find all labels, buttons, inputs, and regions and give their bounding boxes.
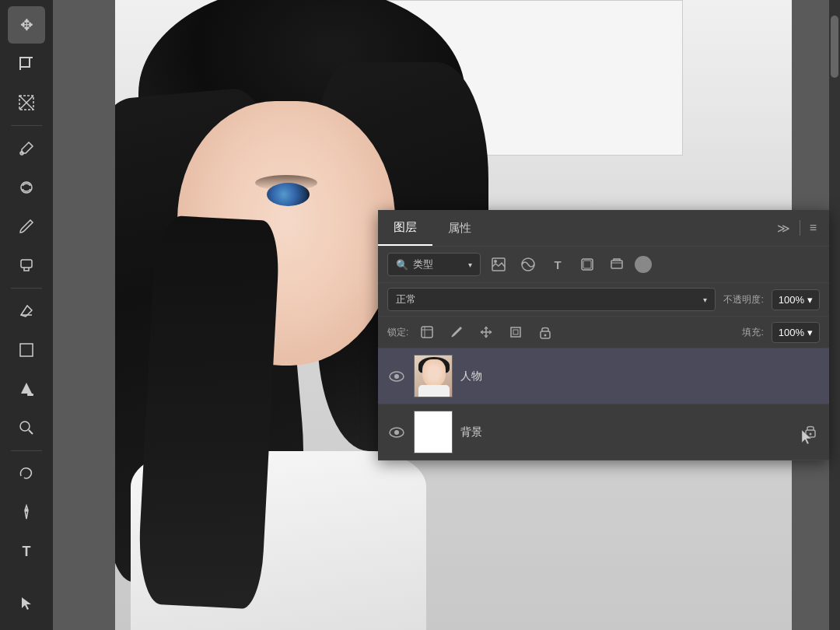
cursor-indicator	[800, 429, 815, 449]
header-separator	[800, 220, 800, 236]
lock-row: 锁定:	[378, 316, 829, 348]
svg-rect-19	[583, 261, 591, 268]
scrollbar-thumb[interactable]	[831, 16, 838, 78]
panel-header: 图层 属性 ≫ ≡	[378, 210, 829, 246]
opacity-label: 不透明度:	[723, 293, 763, 306]
blend-mode-dropdown[interactable]: 正常 ▾	[387, 288, 716, 311]
layer-visibility-background[interactable]	[387, 423, 406, 442]
eraser-tool[interactable]	[8, 292, 45, 330]
lock-paint-btn[interactable]	[446, 321, 467, 343]
blend-chevron-icon: ▾	[703, 296, 707, 304]
svg-point-14	[25, 509, 28, 512]
filter-smartobj-icon[interactable]	[605, 253, 628, 276]
heal-tool[interactable]	[8, 169, 45, 206]
layers-panel: 图层 属性 ≫ ≡ 🔍 类型 ▾	[378, 210, 829, 460]
text-tool[interactable]: T	[8, 533, 45, 570]
layer-item-character[interactable]: 人物	[378, 348, 829, 404]
svg-line-13	[29, 430, 33, 434]
blend-mode-row: 正常 ▾ 不透明度: 100% ▾	[378, 282, 829, 316]
right-scrollbar[interactable]	[829, 0, 840, 630]
opacity-chevron-icon: ▾	[807, 294, 813, 306]
separator2	[11, 288, 42, 289]
eyedropper-tool[interactable]	[8, 130, 45, 167]
filter-text-icon[interactable]: T	[546, 253, 569, 276]
blend-mode-label: 正常	[396, 292, 416, 306]
brush-tool[interactable]	[8, 208, 45, 245]
canvas-area: Rit 图层 属性 ≫ ≡ 🔍 类型 ▾	[53, 0, 840, 630]
rect-select-tool[interactable]	[8, 331, 45, 369]
arrow-select-tool[interactable]	[8, 585, 45, 622]
svg-point-29	[394, 374, 399, 379]
svg-rect-21	[422, 327, 432, 338]
pen-tool[interactable]	[8, 494, 45, 531]
fill-value: 100%	[779, 327, 804, 338]
thumb-clothing	[418, 385, 450, 397]
filter-adjustment-icon[interactable]	[516, 253, 540, 276]
zoom-tool[interactable]	[8, 409, 45, 446]
layer-name-background: 背景	[460, 425, 793, 439]
filter-image-icon[interactable]	[487, 253, 510, 276]
filter-type-dropdown[interactable]: 🔍 类型 ▾	[387, 253, 481, 276]
hair-front-left	[136, 215, 281, 610]
svg-point-16	[494, 260, 497, 263]
svg-rect-0	[20, 58, 30, 67]
svg-rect-11	[27, 394, 33, 396]
thumb-face	[422, 359, 446, 387]
lock-artboard-btn[interactable]	[505, 321, 527, 343]
fill-label: 填充:	[742, 326, 763, 339]
lock-move-btn[interactable]	[475, 321, 497, 343]
tab-layers[interactable]: 图层	[378, 211, 432, 246]
lasso-tool[interactable]	[8, 455, 45, 492]
separator3	[11, 450, 42, 451]
fill-chevron-icon: ▾	[807, 327, 813, 338]
crop-tool[interactable]	[8, 45, 45, 82]
svg-point-27	[544, 334, 547, 337]
filter-shape-icon[interactable]	[576, 253, 599, 276]
svg-point-12	[20, 422, 30, 431]
filter-color-circle[interactable]	[635, 256, 652, 273]
expand-icon[interactable]: ≫	[774, 218, 793, 239]
opacity-value: 100%	[779, 294, 804, 306]
panel-header-icons: ≫ ≡	[774, 218, 829, 239]
svg-rect-8	[21, 260, 32, 268]
lock-all-btn[interactable]	[534, 321, 556, 343]
layer-thumb-background	[414, 411, 453, 453]
opacity-dropdown[interactable]: 100% ▾	[772, 289, 820, 310]
layer-thumb-character	[414, 355, 453, 397]
lock-label: 锁定:	[387, 326, 408, 339]
filter-type-label: 类型	[413, 257, 433, 271]
svg-point-31	[394, 430, 399, 435]
svg-rect-24	[511, 327, 520, 337]
fill-tool[interactable]	[8, 370, 45, 408]
separator	[11, 125, 42, 126]
move-tool[interactable]: ✥	[8, 6, 45, 44]
svg-rect-20	[611, 261, 622, 268]
menu-icon[interactable]: ≡	[807, 218, 820, 238]
search-icon: 🔍	[396, 259, 408, 271]
layer-name-character: 人物	[460, 369, 820, 383]
layer-list: 人物 背景	[378, 348, 829, 460]
stamp-tool[interactable]	[8, 247, 45, 284]
toolbar: ✥	[0, 0, 53, 630]
transform-tool[interactable]	[8, 84, 45, 121]
character-eye	[267, 183, 310, 206]
layer-visibility-character[interactable]	[387, 367, 406, 386]
layer-item-background[interactable]: 背景	[378, 404, 829, 460]
tab-properties[interactable]: 属性	[432, 212, 487, 245]
lock-pixels-btn[interactable]	[416, 321, 438, 343]
svg-rect-10	[20, 344, 33, 356]
fill-dropdown[interactable]: 100% ▾	[772, 322, 820, 343]
filter-row: 🔍 类型 ▾ T	[378, 246, 829, 282]
svg-rect-25	[513, 330, 518, 334]
chevron-down-icon: ▾	[468, 261, 472, 269]
